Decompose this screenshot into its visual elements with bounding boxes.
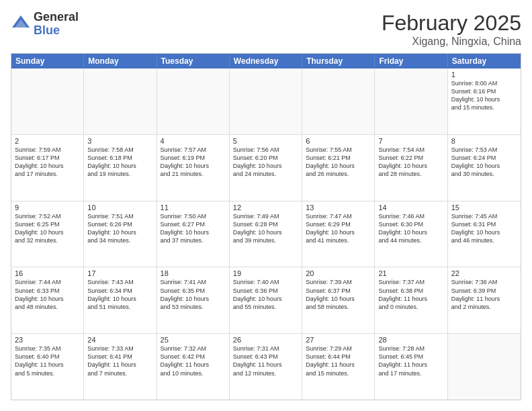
day-info: Sunrise: 7:47 AM Sunset: 6:29 PM Dayligh… bbox=[306, 212, 371, 245]
calendar-cell bbox=[375, 68, 447, 134]
day-number: 27 bbox=[306, 336, 371, 344]
calendar-cell: 11Sunrise: 7:50 AM Sunset: 6:27 PM Dayli… bbox=[157, 201, 230, 267]
logo-icon bbox=[11, 14, 31, 34]
calendar-cell: 25Sunrise: 7:32 AM Sunset: 6:42 PM Dayli… bbox=[157, 334, 230, 400]
calendar-cell: 19Sunrise: 7:40 AM Sunset: 6:36 PM Dayli… bbox=[230, 267, 302, 333]
calendar-week-1: 1Sunrise: 8:00 AM Sunset: 6:16 PM Daylig… bbox=[11, 68, 521, 134]
header-cell-thursday: Thursday bbox=[302, 54, 375, 68]
header-cell-sunday: Sunday bbox=[11, 54, 84, 68]
day-number: 15 bbox=[451, 203, 517, 212]
calendar-cell bbox=[448, 334, 521, 400]
header-cell-friday: Friday bbox=[375, 54, 447, 68]
day-number: 22 bbox=[451, 269, 517, 277]
calendar-cell: 26Sunrise: 7:31 AM Sunset: 6:43 PM Dayli… bbox=[230, 334, 302, 400]
calendar-cell: 2Sunrise: 7:59 AM Sunset: 6:17 PM Daylig… bbox=[11, 135, 84, 201]
day-info: Sunrise: 7:31 AM Sunset: 6:43 PM Dayligh… bbox=[233, 345, 298, 377]
day-info: Sunrise: 7:43 AM Sunset: 6:34 PM Dayligh… bbox=[87, 278, 152, 311]
day-info: Sunrise: 8:00 AM Sunset: 6:16 PM Dayligh… bbox=[451, 79, 517, 112]
day-number: 7 bbox=[378, 137, 443, 145]
calendar-cell: 17Sunrise: 7:43 AM Sunset: 6:34 PM Dayli… bbox=[84, 267, 157, 333]
day-info: Sunrise: 7:49 AM Sunset: 6:28 PM Dayligh… bbox=[233, 212, 298, 245]
day-number: 9 bbox=[15, 203, 80, 212]
calendar-cell: 3Sunrise: 7:58 AM Sunset: 6:18 PM Daylig… bbox=[84, 135, 157, 201]
calendar-header: SundayMondayTuesdayWednesdayThursdayFrid… bbox=[11, 54, 521, 68]
day-number: 18 bbox=[161, 269, 226, 277]
calendar-cell: 1Sunrise: 8:00 AM Sunset: 6:16 PM Daylig… bbox=[448, 68, 521, 134]
day-number: 21 bbox=[378, 269, 443, 277]
header-cell-saturday: Saturday bbox=[448, 54, 521, 68]
day-info: Sunrise: 7:45 AM Sunset: 6:31 PM Dayligh… bbox=[451, 212, 517, 245]
day-number: 25 bbox=[161, 336, 226, 344]
month-title: February 2025 bbox=[382, 11, 521, 36]
calendar-body: 1Sunrise: 8:00 AM Sunset: 6:16 PM Daylig… bbox=[11, 68, 521, 400]
day-info: Sunrise: 7:33 AM Sunset: 6:41 PM Dayligh… bbox=[87, 345, 152, 377]
calendar-cell bbox=[230, 68, 302, 134]
calendar-cell: 7Sunrise: 7:54 AM Sunset: 6:22 PM Daylig… bbox=[375, 135, 447, 201]
calendar-cell: 13Sunrise: 7:47 AM Sunset: 6:29 PM Dayli… bbox=[302, 201, 375, 267]
day-number: 23 bbox=[15, 336, 80, 344]
day-info: Sunrise: 7:54 AM Sunset: 6:22 PM Dayligh… bbox=[378, 146, 443, 179]
page-header: General Blue February 2025 Xigang, Ningx… bbox=[11, 11, 521, 48]
day-number: 12 bbox=[233, 203, 298, 212]
calendar-cell: 4Sunrise: 7:57 AM Sunset: 6:19 PM Daylig… bbox=[157, 135, 230, 201]
day-info: Sunrise: 7:35 AM Sunset: 6:40 PM Dayligh… bbox=[15, 345, 80, 377]
day-number: 1 bbox=[451, 71, 517, 79]
day-number: 16 bbox=[15, 269, 80, 277]
calendar-cell: 10Sunrise: 7:51 AM Sunset: 6:26 PM Dayli… bbox=[84, 201, 157, 267]
title-block: February 2025 Xigang, Ningxia, China bbox=[382, 11, 521, 48]
day-number: 17 bbox=[87, 269, 152, 277]
calendar-cell: 20Sunrise: 7:39 AM Sunset: 6:37 PM Dayli… bbox=[302, 267, 375, 333]
calendar-week-4: 16Sunrise: 7:44 AM Sunset: 6:33 PM Dayli… bbox=[11, 267, 521, 333]
calendar: SundayMondayTuesdayWednesdayThursdayFrid… bbox=[11, 53, 521, 400]
calendar-cell: 24Sunrise: 7:33 AM Sunset: 6:41 PM Dayli… bbox=[84, 334, 157, 400]
calendar-cell bbox=[11, 68, 84, 134]
day-info: Sunrise: 7:58 AM Sunset: 6:18 PM Dayligh… bbox=[87, 146, 152, 179]
day-number: 2 bbox=[15, 137, 80, 145]
day-info: Sunrise: 7:50 AM Sunset: 6:27 PM Dayligh… bbox=[161, 212, 226, 245]
day-number: 19 bbox=[233, 269, 298, 277]
calendar-week-5: 23Sunrise: 7:35 AM Sunset: 6:40 PM Dayli… bbox=[11, 333, 521, 400]
day-info: Sunrise: 7:53 AM Sunset: 6:24 PM Dayligh… bbox=[451, 146, 517, 179]
day-number: 24 bbox=[87, 336, 152, 344]
day-number: 28 bbox=[378, 336, 443, 344]
header-cell-tuesday: Tuesday bbox=[157, 54, 230, 68]
day-number: 4 bbox=[161, 137, 226, 145]
day-number: 3 bbox=[87, 137, 152, 145]
day-number: 20 bbox=[306, 269, 371, 277]
logo-text: General Blue bbox=[34, 11, 79, 38]
day-info: Sunrise: 7:40 AM Sunset: 6:36 PM Dayligh… bbox=[233, 278, 298, 311]
logo: General Blue bbox=[11, 11, 79, 38]
calendar-cell: 22Sunrise: 7:36 AM Sunset: 6:39 PM Dayli… bbox=[448, 267, 521, 333]
calendar-cell: 5Sunrise: 7:56 AM Sunset: 6:20 PM Daylig… bbox=[230, 135, 302, 201]
day-info: Sunrise: 7:59 AM Sunset: 6:17 PM Dayligh… bbox=[15, 146, 80, 179]
calendar-page: General Blue February 2025 Xigang, Ningx… bbox=[0, 0, 532, 411]
day-info: Sunrise: 7:51 AM Sunset: 6:26 PM Dayligh… bbox=[87, 212, 152, 245]
day-number: 26 bbox=[233, 336, 298, 344]
header-cell-wednesday: Wednesday bbox=[230, 54, 302, 68]
day-number: 13 bbox=[306, 203, 371, 212]
day-info: Sunrise: 7:46 AM Sunset: 6:30 PM Dayligh… bbox=[378, 212, 443, 245]
calendar-cell: 27Sunrise: 7:29 AM Sunset: 6:44 PM Dayli… bbox=[302, 334, 375, 400]
day-info: Sunrise: 7:32 AM Sunset: 6:42 PM Dayligh… bbox=[161, 345, 226, 377]
calendar-week-3: 9Sunrise: 7:52 AM Sunset: 6:25 PM Daylig… bbox=[11, 201, 521, 267]
day-number: 6 bbox=[306, 137, 371, 145]
calendar-cell bbox=[84, 68, 157, 134]
calendar-cell: 6Sunrise: 7:55 AM Sunset: 6:21 PM Daylig… bbox=[302, 135, 375, 201]
calendar-cell: 23Sunrise: 7:35 AM Sunset: 6:40 PM Dayli… bbox=[11, 334, 84, 400]
calendar-week-2: 2Sunrise: 7:59 AM Sunset: 6:17 PM Daylig… bbox=[11, 134, 521, 201]
day-info: Sunrise: 7:56 AM Sunset: 6:20 PM Dayligh… bbox=[233, 146, 298, 179]
header-cell-monday: Monday bbox=[84, 54, 157, 68]
calendar-cell: 28Sunrise: 7:28 AM Sunset: 6:45 PM Dayli… bbox=[375, 334, 447, 400]
day-number: 11 bbox=[161, 203, 226, 212]
calendar-cell: 15Sunrise: 7:45 AM Sunset: 6:31 PM Dayli… bbox=[448, 201, 521, 267]
calendar-cell bbox=[302, 68, 375, 134]
calendar-cell: 14Sunrise: 7:46 AM Sunset: 6:30 PM Dayli… bbox=[375, 201, 447, 267]
day-number: 5 bbox=[233, 137, 298, 145]
calendar-cell: 16Sunrise: 7:44 AM Sunset: 6:33 PM Dayli… bbox=[11, 267, 84, 333]
day-info: Sunrise: 7:29 AM Sunset: 6:44 PM Dayligh… bbox=[306, 345, 371, 377]
day-info: Sunrise: 7:44 AM Sunset: 6:33 PM Dayligh… bbox=[15, 278, 80, 311]
day-info: Sunrise: 7:41 AM Sunset: 6:35 PM Dayligh… bbox=[161, 278, 226, 311]
day-info: Sunrise: 7:36 AM Sunset: 6:39 PM Dayligh… bbox=[451, 278, 517, 311]
logo-blue: Blue bbox=[34, 24, 79, 38]
calendar-cell: 9Sunrise: 7:52 AM Sunset: 6:25 PM Daylig… bbox=[11, 201, 84, 267]
